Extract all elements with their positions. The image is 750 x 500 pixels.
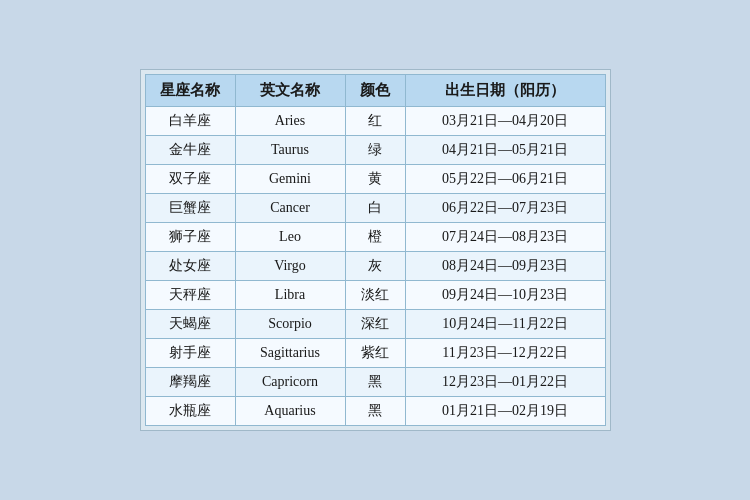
cell-color: 白 <box>345 194 405 223</box>
zodiac-table: 星座名称 英文名称 颜色 出生日期（阳历） 白羊座Aries红03月21日—04… <box>145 74 606 426</box>
cell-date: 11月23日—12月22日 <box>405 339 605 368</box>
cell-date: 12月23日—01月22日 <box>405 368 605 397</box>
zodiac-table-container: 星座名称 英文名称 颜色 出生日期（阳历） 白羊座Aries红03月21日—04… <box>140 69 611 431</box>
cell-chinese: 天蝎座 <box>145 310 235 339</box>
cell-chinese: 金牛座 <box>145 136 235 165</box>
cell-date: 03月21日—04月20日 <box>405 107 605 136</box>
cell-chinese: 射手座 <box>145 339 235 368</box>
table-row: 白羊座Aries红03月21日—04月20日 <box>145 107 605 136</box>
table-row: 金牛座Taurus绿04月21日—05月21日 <box>145 136 605 165</box>
cell-chinese: 处女座 <box>145 252 235 281</box>
cell-english: Virgo <box>235 252 345 281</box>
cell-color: 紫红 <box>345 339 405 368</box>
cell-date: 07月24日—08月23日 <box>405 223 605 252</box>
cell-english: Capricorn <box>235 368 345 397</box>
table-row: 双子座Gemini黄05月22日—06月21日 <box>145 165 605 194</box>
table-body: 白羊座Aries红03月21日—04月20日金牛座Taurus绿04月21日—0… <box>145 107 605 426</box>
cell-chinese: 狮子座 <box>145 223 235 252</box>
table-row: 狮子座Leo橙07月24日—08月23日 <box>145 223 605 252</box>
table-row: 射手座Sagittarius紫红11月23日—12月22日 <box>145 339 605 368</box>
cell-chinese: 白羊座 <box>145 107 235 136</box>
cell-color: 淡红 <box>345 281 405 310</box>
cell-chinese: 双子座 <box>145 165 235 194</box>
cell-color: 黑 <box>345 368 405 397</box>
cell-english: Gemini <box>235 165 345 194</box>
cell-english: Cancer <box>235 194 345 223</box>
cell-date: 06月22日—07月23日 <box>405 194 605 223</box>
table-row: 天秤座Libra淡红09月24日—10月23日 <box>145 281 605 310</box>
cell-chinese: 巨蟹座 <box>145 194 235 223</box>
cell-english: Aries <box>235 107 345 136</box>
cell-chinese: 水瓶座 <box>145 397 235 426</box>
header-chinese: 星座名称 <box>145 75 235 107</box>
table-row: 天蝎座Scorpio深红10月24日—11月22日 <box>145 310 605 339</box>
cell-english: Aquarius <box>235 397 345 426</box>
cell-color: 绿 <box>345 136 405 165</box>
header-english: 英文名称 <box>235 75 345 107</box>
cell-color: 灰 <box>345 252 405 281</box>
cell-english: Scorpio <box>235 310 345 339</box>
header-color: 颜色 <box>345 75 405 107</box>
cell-color: 黄 <box>345 165 405 194</box>
cell-color: 深红 <box>345 310 405 339</box>
table-row: 巨蟹座Cancer白06月22日—07月23日 <box>145 194 605 223</box>
cell-english: Sagittarius <box>235 339 345 368</box>
cell-date: 10月24日—11月22日 <box>405 310 605 339</box>
cell-date: 05月22日—06月21日 <box>405 165 605 194</box>
table-header-row: 星座名称 英文名称 颜色 出生日期（阳历） <box>145 75 605 107</box>
cell-date: 01月21日—02月19日 <box>405 397 605 426</box>
cell-date: 04月21日—05月21日 <box>405 136 605 165</box>
table-row: 处女座Virgo灰08月24日—09月23日 <box>145 252 605 281</box>
cell-color: 橙 <box>345 223 405 252</box>
header-date: 出生日期（阳历） <box>405 75 605 107</box>
cell-chinese: 天秤座 <box>145 281 235 310</box>
cell-color: 红 <box>345 107 405 136</box>
cell-english: Libra <box>235 281 345 310</box>
cell-date: 09月24日—10月23日 <box>405 281 605 310</box>
cell-color: 黑 <box>345 397 405 426</box>
cell-english: Leo <box>235 223 345 252</box>
table-row: 摩羯座Capricorn黑12月23日—01月22日 <box>145 368 605 397</box>
cell-english: Taurus <box>235 136 345 165</box>
cell-date: 08月24日—09月23日 <box>405 252 605 281</box>
table-row: 水瓶座Aquarius黑01月21日—02月19日 <box>145 397 605 426</box>
cell-chinese: 摩羯座 <box>145 368 235 397</box>
